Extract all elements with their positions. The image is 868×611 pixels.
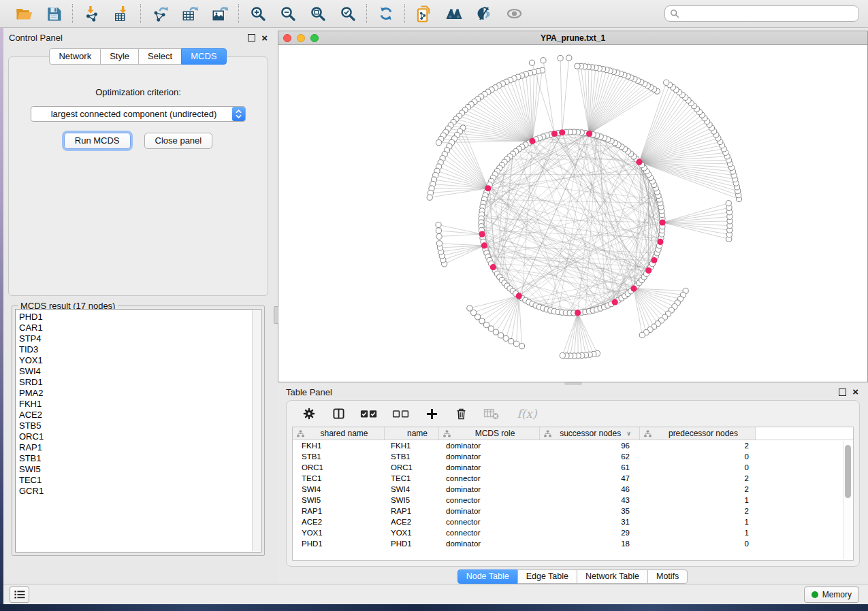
close-table-panel-icon[interactable]: × (852, 389, 858, 395)
float-panel-icon[interactable] (248, 34, 255, 42)
table-settings-button[interactable] (300, 405, 318, 423)
network-node[interactable] (483, 322, 489, 327)
open-file-button[interactable] (14, 3, 34, 24)
network-node[interactable] (470, 310, 476, 315)
mcds-hub-node[interactable] (559, 129, 565, 135)
save-session-button[interactable] (44, 3, 64, 24)
float-table-panel-icon[interactable] (839, 389, 846, 396)
mcds-hub-node[interactable] (551, 131, 558, 137)
criterion-select[interactable]: largest connected component (undirected) (31, 106, 246, 122)
mcds-hub-node[interactable] (485, 185, 491, 191)
horizontal-splitter-grip[interactable] (564, 382, 582, 385)
add-column-button[interactable] (423, 405, 440, 423)
vertical-splitter[interactable] (273, 28, 278, 584)
mcds-result-item[interactable]: ACE2 (19, 410, 261, 420)
network-node[interactable] (566, 55, 572, 61)
close-panel-icon[interactable]: × (261, 35, 268, 42)
tab-node-table[interactable]: Node Table (457, 569, 518, 584)
table-row[interactable]: FKH1FKH1dominator962 (293, 440, 853, 451)
network-node[interactable] (479, 318, 485, 324)
search-input[interactable] (679, 8, 858, 19)
mcds-result-item[interactable]: ORC1 (19, 431, 261, 442)
network-node[interactable] (513, 341, 519, 346)
deselect-all-button[interactable] (391, 405, 411, 423)
table-row[interactable]: SWI5SWI5connector431 (293, 495, 853, 506)
task-history-button[interactable] (10, 587, 29, 603)
network-node[interactable] (575, 63, 580, 69)
network-node[interactable] (493, 329, 498, 335)
mcds-result-item[interactable]: FKH1 (19, 399, 261, 410)
network-node[interactable] (541, 58, 546, 63)
table-row[interactable]: RAP1RAP1dominator352 (293, 506, 853, 516)
mcds-hub-node[interactable] (645, 267, 652, 274)
mcds-hub-node[interactable] (479, 231, 485, 237)
network-node[interactable] (639, 332, 645, 337)
column-header[interactable]: successor nodes∨ (540, 427, 640, 440)
table-row[interactable]: STB1STB1dominator620 (293, 451, 853, 462)
network-node[interactable] (519, 344, 524, 349)
table-row[interactable]: SWI4SWI4dominator462 (293, 484, 853, 495)
close-panel-button[interactable]: Close panel (144, 133, 213, 149)
export-network-button[interactable] (150, 3, 170, 24)
mcds-hub-node[interactable] (659, 219, 665, 225)
table-row[interactable]: ORC1ORC1dominator610 (293, 462, 853, 473)
column-header[interactable]: predecessor nodes (640, 427, 756, 440)
network-node[interactable] (558, 55, 563, 61)
mcds-result-item[interactable]: GCR1 (19, 486, 261, 497)
mcds-result-item[interactable]: STB1 (19, 453, 261, 464)
mcds-result-item[interactable]: YOX1 (19, 355, 261, 366)
mcds-hub-node[interactable] (636, 159, 642, 165)
memory-button[interactable]: Memory (804, 587, 859, 603)
mcds-list-scrollbar[interactable] (252, 310, 260, 551)
export-table-button[interactable] (180, 3, 200, 24)
mcds-result-item[interactable]: TID3 (19, 344, 261, 355)
show-columns-button[interactable] (329, 405, 347, 423)
network-node[interactable] (467, 306, 472, 311)
column-header[interactable]: MCDS role (439, 427, 540, 440)
mcds-hub-node[interactable] (612, 299, 618, 305)
network-node[interactable] (436, 139, 441, 145)
mcds-result-item[interactable]: PMA2 (19, 388, 261, 399)
network-node[interactable] (503, 335, 509, 341)
show-graphics-details-button[interactable] (504, 3, 524, 24)
mcds-hub-node[interactable] (657, 239, 663, 245)
table-row[interactable]: PHD1PHD1dominator180 (293, 538, 853, 549)
zoom-fit-button[interactable] (308, 3, 328, 24)
column-header[interactable]: name (385, 427, 439, 440)
network-node[interactable] (529, 60, 534, 65)
network-node[interactable] (427, 195, 432, 200)
zoom-selected-button[interactable] (338, 3, 358, 24)
tab-style[interactable]: Style (100, 48, 139, 65)
hide-graphics-details-button[interactable] (474, 3, 494, 24)
run-mcds-button[interactable]: Run MCDS (64, 133, 131, 149)
tab-motifs[interactable]: Motifs (647, 569, 688, 584)
table-row[interactable]: TEC1TEC1connector472 (293, 473, 853, 484)
column-header[interactable]: shared name (293, 427, 385, 440)
network-node[interactable] (436, 228, 441, 233)
first-neighbors-button[interactable] (444, 3, 464, 24)
mcds-result-item[interactable]: STP4 (19, 333, 261, 344)
tab-mcds[interactable]: MCDS (181, 48, 226, 65)
tab-edge-table[interactable]: Edge Table (517, 569, 577, 584)
table-scrollbar-thumb[interactable] (845, 445, 851, 498)
import-network-button[interactable] (82, 3, 102, 24)
clone-network-button[interactable] (414, 3, 434, 24)
tab-network-table[interactable]: Network Table (577, 569, 648, 584)
mcds-hub-node[interactable] (575, 310, 581, 316)
delete-table-button[interactable] (481, 405, 502, 423)
mcds-result-item[interactable]: SRD1 (19, 377, 261, 388)
zoom-out-button[interactable] (278, 3, 298, 24)
network-canvas[interactable] (278, 45, 867, 382)
function-builder-button[interactable]: f(x) (513, 405, 541, 423)
splitter-grip[interactable] (274, 306, 278, 324)
select-all-button[interactable] (359, 405, 379, 423)
network-node[interactable] (560, 352, 565, 358)
network-node[interactable] (726, 201, 731, 206)
mcds-hub-node[interactable] (529, 138, 535, 144)
mcds-result-item[interactable]: STB5 (19, 420, 261, 431)
delete-column-button[interactable] (452, 405, 470, 423)
mcds-result-item[interactable]: CAR1 (19, 323, 261, 333)
mcds-hub-node[interactable] (516, 293, 522, 299)
mcds-result-item[interactable]: TEC1 (19, 475, 261, 486)
table-scrollbar[interactable] (843, 441, 852, 559)
